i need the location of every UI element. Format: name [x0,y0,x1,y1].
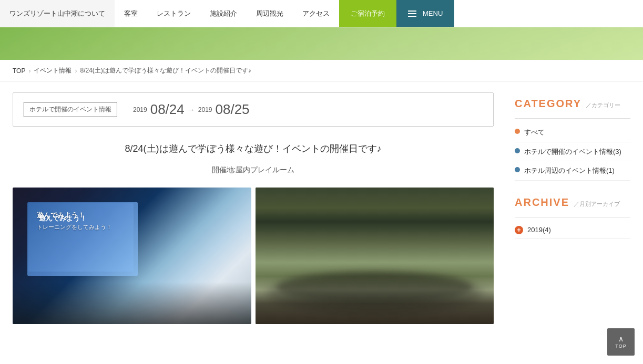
hero-image [0,27,643,60]
category-item-nearby-events[interactable]: ホテル周辺のイベント情報(1) [515,161,630,181]
category-item-hotel-events[interactable]: ホテルで開催のイベント情報(3) [515,142,630,162]
breadcrumb: TOP › イベント情報 › 8/24(土)は遊んで学ぼう様々な遊び！イベントの… [0,60,643,82]
archive-icon-2019: + [515,226,523,234]
article-title: 8/24(土)は遊んで学ぼう様々な遊び！イベントの開催日です♪ [13,142,494,155]
hero-green-overlay [0,27,643,60]
nav-sightseeing[interactable]: 周辺観光 [247,0,293,27]
category-heading-text: CATEGORY [515,98,581,110]
date-arrow: → [188,106,195,114]
date-to-year: 2019 [198,106,212,113]
sidebar-archive-section: ARCHIVE ／月別アーカイブ + 2019(4) [515,196,630,239]
main-layout: ホテルで開催のイベント情報 2019 08/24 → 2019 08/25 8/… [0,82,643,335]
nav-access[interactable]: アクセス [293,0,339,27]
sidebar-category-section: CATEGORY ／カテゴリー すべて ホテルで開催のイベント情報(3) ホテル… [515,98,630,181]
menu-icon [408,11,420,17]
nav-facilities[interactable]: 施設紹介 [200,0,247,27]
nav-restaurant[interactable]: レストラン [147,0,200,27]
menu-button[interactable]: MENU [396,0,454,27]
hamburger-icon [408,11,416,17]
breadcrumb-current-page: 8/24(土)は遊んで学ぼう様々な遊び！イベントの開催日です♪ [80,66,251,75]
article-venue: 開催地:屋内プレイルーム [13,165,494,175]
article-header-box: ホテルで開催のイベント情報 2019 08/24 → 2019 08/25 [13,92,494,127]
nav-about[interactable]: ワンズリゾート山中湖について [0,0,115,27]
archive-label-2019: 2019(4) [527,226,551,234]
sidebar-archive-heading: ARCHIVE ／月別アーカイブ [515,196,630,209]
archive-item-2019[interactable]: + 2019(4) [515,222,630,239]
date-from-day: 08/24 [150,101,185,118]
archive-heading-text: ARCHIVE [515,196,569,209]
category-divider [515,118,630,119]
category-label-hotel-events: ホテルで開催のイベント情報(3) [524,147,621,157]
content-area: ホテルで開催のイベント情報 2019 08/24 → 2019 08/25 8/… [13,92,494,324]
article-dates: 2019 08/24 → 2019 08/25 [133,101,250,118]
menu-label: MENU [423,9,443,17]
archive-divider [515,217,630,217]
top-button[interactable]: ∧ TOP [607,328,635,335]
booking-button[interactable]: ご宿泊予約 [339,0,396,27]
article-image-left: 遊んでみよう！ トレーニングをしてみよう！ [13,188,251,324]
nav-rooms[interactable]: 客室 [115,0,147,27]
category-dot-all [515,129,520,134]
date-to-day: 08/25 [215,101,249,118]
main-header: ワンズリゾート山中湖について 客室 レストラン 施設紹介 周辺観光 アクセス ご… [0,0,643,27]
article-tag[interactable]: ホテルで開催のイベント情報 [24,102,117,117]
category-heading-sub: ／カテゴリー [586,101,620,109]
category-label-nearby-events: ホテル周辺のイベント情報(1) [524,165,615,176]
article-images: 遊んでみよう！ トレーニングをしてみよう！ [13,188,494,324]
sidebar: CATEGORY ／カテゴリー すべて ホテルで開催のイベント情報(3) ホテル… [515,92,630,324]
archive-heading-sub: ／月別アーカイブ [574,200,620,208]
category-dot-nearby-events [515,167,520,172]
breadcrumb-sep1: › [28,67,30,75]
category-label-all: すべて [524,127,545,138]
sidebar-category-heading: CATEGORY ／カテゴリー [515,98,630,110]
breadcrumb-top[interactable]: TOP [13,67,25,75]
category-item-all[interactable]: すべて [515,123,630,142]
breadcrumb-sep2: › [75,67,77,75]
main-nav: ワンズリゾート山中湖について 客室 レストラン 施設紹介 周辺観光 アクセス ご… [0,0,643,27]
date-from-year: 2019 [133,106,147,113]
category-dot-hotel-events [515,148,520,153]
breadcrumb-event-info[interactable]: イベント情報 [34,66,72,75]
article-image-right [256,188,494,324]
